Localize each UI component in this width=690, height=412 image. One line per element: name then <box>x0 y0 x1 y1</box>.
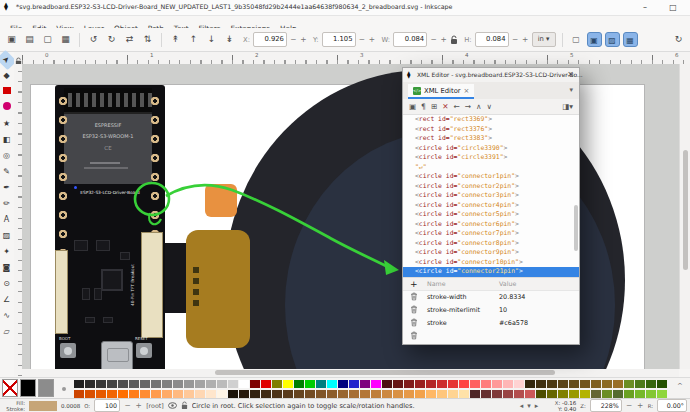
palette-swatch[interactable] <box>657 380 667 388</box>
palette-swatch[interactable] <box>569 380 579 388</box>
height-input[interactable]: 0.084 <box>475 32 509 47</box>
palette-swatch[interactable] <box>558 380 568 388</box>
palette-swatch[interactable] <box>635 390 645 398</box>
canvas[interactable]: ESPRESSIF ESP32-S3-WROOM-1 CE ESP32-S3-L… <box>22 64 679 369</box>
palette-swatch[interactable] <box>96 380 106 388</box>
palette-swatch[interactable] <box>404 390 414 398</box>
raise-to-top-icon[interactable]: ↟ <box>168 32 183 47</box>
width-input[interactable]: 0.084 <box>393 32 427 47</box>
palette-prev-icon[interactable]: ◂ <box>520 402 524 410</box>
palette-swatch[interactable] <box>426 380 436 388</box>
palette-swatch[interactable] <box>294 390 304 398</box>
xml-tree-row[interactable]: <circle id="connector2pin"> <box>403 182 579 192</box>
palette-swatch[interactable] <box>184 390 194 398</box>
palette-swatch[interactable] <box>371 380 381 388</box>
deselect-icon[interactable]: ▢ <box>40 32 55 47</box>
indent-node-icon[interactable]: → <box>465 102 471 111</box>
horizontal-scrollbar[interactable] <box>22 369 679 377</box>
panel-layout-icon[interactable]: ◨▾ <box>562 102 573 111</box>
opacity-minus-button[interactable]: − <box>124 401 131 410</box>
palette-swatch[interactable] <box>602 380 612 388</box>
palette-swatch[interactable] <box>558 390 568 398</box>
palette-swatch[interactable] <box>569 390 579 398</box>
height-plus-button[interactable]: + <box>522 35 529 44</box>
palette-swatch[interactable] <box>481 390 491 398</box>
palette-swatch[interactable] <box>437 380 447 388</box>
rotation-input[interactable]: 0.00° <box>657 399 687 412</box>
palette-swatch[interactable] <box>393 380 403 388</box>
palette-swatch[interactable] <box>327 390 337 398</box>
palette-swatch[interactable] <box>536 380 546 388</box>
move-patterns-toggle[interactable]: ▦ <box>623 32 638 47</box>
palette-swatch[interactable] <box>349 390 359 398</box>
gradient-tool[interactable]: ▨ <box>0 228 13 244</box>
palette-swatch[interactable] <box>305 380 315 388</box>
lower-icon[interactable]: ↓ <box>204 32 219 47</box>
palette-swatch[interactable] <box>107 390 117 398</box>
pencil-tool[interactable]: ✎ <box>0 164 13 180</box>
palette-swatch[interactable] <box>503 390 513 398</box>
esp32-dev-board[interactable]: ESPRESSIF ESP32-S3-WROOM-1 CE ESP32-S3-L… <box>55 85 165 369</box>
palette-swatch[interactable] <box>514 380 524 388</box>
palette-swatch[interactable] <box>503 380 513 388</box>
palette-swatch[interactable] <box>459 390 469 398</box>
palette-swatch[interactable] <box>415 390 425 398</box>
palette-swatch[interactable] <box>74 380 84 388</box>
palette-swatch[interactable] <box>338 390 348 398</box>
measure-tool[interactable]: ∠ <box>0 292 13 308</box>
palette-swatch[interactable] <box>393 390 403 398</box>
selection-bbox-icon[interactable]: ▦ <box>58 32 73 47</box>
new-text-node-icon[interactable]: ¶ <box>421 102 426 111</box>
rotation-icon[interactable]: ↻ <box>671 32 686 47</box>
star-tool[interactable]: ★ <box>0 116 13 132</box>
lower-to-bottom-icon[interactable]: ↡ <box>222 32 237 47</box>
gray-swatch[interactable] <box>38 379 54 397</box>
width-plus-button[interactable]: + <box>440 35 447 44</box>
delete-node-icon[interactable]: ✕ <box>442 102 448 111</box>
palette-swatch[interactable] <box>426 390 436 398</box>
rotate-cw-icon[interactable]: ↻ <box>104 32 119 47</box>
palette-swatch[interactable] <box>294 380 304 388</box>
palette-swatch[interactable] <box>404 380 414 388</box>
xml-tree-row[interactable]: <circle id="connector7pin"> <box>403 229 579 239</box>
bezier-tool[interactable]: ✒ <box>0 180 13 196</box>
palette-scroll-up-icon[interactable]: ^ <box>677 382 683 390</box>
palette-swatch[interactable] <box>613 380 623 388</box>
attribute-row[interactable]: stroke-miterlimit10 <box>403 303 579 316</box>
palette-swatch[interactable] <box>646 380 656 388</box>
palette-swatch[interactable] <box>613 390 623 398</box>
scale-corners-toggle[interactable]: ▣ <box>587 32 602 47</box>
palette-swatch[interactable] <box>173 380 183 388</box>
xml-tree-row[interactable]: <circle id="connector8pin"> <box>403 239 579 249</box>
palette-swatch[interactable] <box>360 390 370 398</box>
no-color-swatch[interactable] <box>2 379 18 397</box>
palette-swatch[interactable] <box>305 390 315 398</box>
palette-swatch[interactable] <box>382 390 392 398</box>
palette-swatch[interactable] <box>283 380 293 388</box>
y-minus-button[interactable]: − <box>359 35 366 44</box>
xml-tree-row[interactable]: <circle id="connector1pin"> <box>403 172 579 182</box>
y-input[interactable]: 1.105 <box>322 32 356 47</box>
xml-tree-row[interactable]: <rect id="rect3376"> <box>403 125 579 135</box>
palette-swatch[interactable] <box>382 380 392 388</box>
raise-icon[interactable]: ↑ <box>186 32 201 47</box>
height-minus-button[interactable]: − <box>512 35 519 44</box>
palette-swatch[interactable] <box>129 380 139 388</box>
horizontal-scrollbar-thumb[interactable] <box>215 370 555 375</box>
tab-close-icon[interactable]: × <box>464 87 470 95</box>
attribute-row[interactable] <box>403 329 579 342</box>
palette-swatch[interactable] <box>283 390 293 398</box>
xml-tree-row[interactable]: <circle id="connector4pin"> <box>403 201 579 211</box>
palette-swatch[interactable] <box>85 390 95 398</box>
palette-swatch[interactable] <box>536 390 546 398</box>
flip-vertical-icon[interactable]: ⇅ <box>140 32 155 47</box>
stroke-color-swatch[interactable] <box>29 406 57 411</box>
xml-tree-row[interactable]: <circle id="connector5pin"> <box>403 210 579 220</box>
xml-editor-tab[interactable]: </> XML Editor × <box>408 84 474 99</box>
palette-swatch[interactable] <box>646 390 656 398</box>
flip-horizontal-icon[interactable]: ⇄ <box>122 32 137 47</box>
palette-swatch[interactable] <box>206 380 216 388</box>
palette-swatch[interactable] <box>459 380 469 388</box>
palette-swatch[interactable] <box>261 390 271 398</box>
palette-swatch[interactable] <box>140 390 150 398</box>
